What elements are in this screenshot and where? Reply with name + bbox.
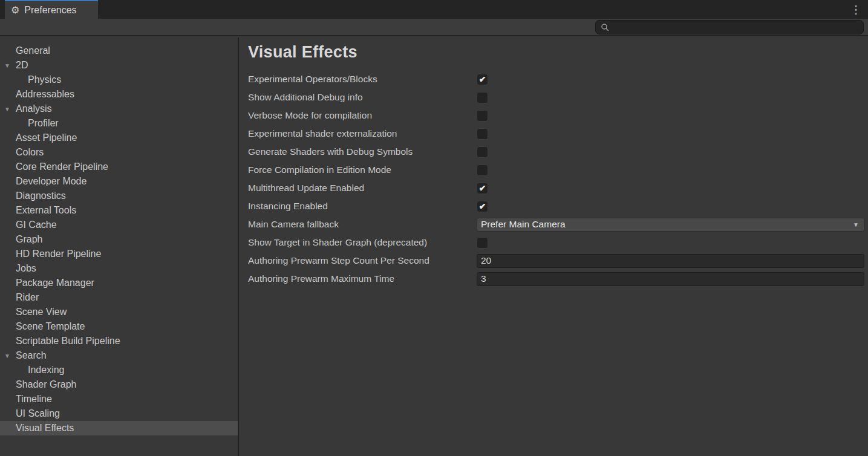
sidebar-item-profiler[interactable]: Profiler: [0, 116, 238, 131]
sidebar-item-label: Developer Mode: [16, 176, 86, 187]
search-input[interactable]: [612, 21, 858, 33]
checkbox-force-compilation-in-edition-mode[interactable]: [477, 164, 488, 176]
sidebar-item-label: Timeline: [16, 394, 52, 405]
expander-triangle-icon[interactable]: ▼: [4, 62, 10, 69]
sidebar-item-asset-pipeline[interactable]: Asset Pipeline: [0, 131, 238, 145]
setting-row: Show Target in Shader Graph (deprecated): [239, 233, 868, 252]
toolbar: [0, 19, 868, 36]
sidebar-item-package-manager[interactable]: Package Manager: [0, 276, 238, 290]
sidebar-item-label: Package Manager: [16, 278, 94, 288]
checkmark-icon: ✔: [477, 74, 488, 85]
sidebar-item-2d[interactable]: ▼ 2D: [0, 58, 238, 73]
sidebar-item-core-render-pipeline[interactable]: Core Render Pipeline: [0, 160, 238, 174]
sidebar-item-jobs[interactable]: Jobs: [0, 261, 238, 276]
kebab-menu-icon[interactable]: ⋮: [850, 0, 862, 19]
sidebar-item-developer-mode[interactable]: Developer Mode: [0, 174, 238, 189]
sidebar-item-label: Profiler: [28, 118, 59, 129]
sidebar-item-label: 2D: [16, 60, 28, 71]
setting-control: [477, 146, 864, 158]
sidebar-item-ui-scaling[interactable]: UI Scaling: [0, 406, 238, 421]
sidebar-item-label: Analysis: [16, 103, 52, 114]
setting-label: Verbose Mode for compilation: [248, 110, 477, 121]
sidebar-item-search[interactable]: ▼ Search: [0, 348, 238, 363]
sidebar-item-diagnostics[interactable]: Diagnostics: [0, 189, 238, 203]
setting-control: ✔: [477, 201, 864, 212]
sidebar-item-analysis[interactable]: ▼ Analysis: [0, 102, 238, 116]
sidebar-item-graph[interactable]: Graph: [0, 232, 238, 247]
preferences-window: ⚙ Preferences ⋮ General ▼ 2D Physics Add…: [0, 0, 868, 456]
checkbox-instancing-enabled[interactable]: ✔: [477, 201, 488, 212]
dropdown-arrow-icon: ▼: [853, 221, 859, 228]
sidebar-item-label: General: [16, 45, 50, 56]
sidebar-item-label: External Tools: [16, 205, 76, 216]
sidebar-item-timeline[interactable]: Timeline: [0, 392, 238, 406]
checkbox-show-additional-debug-info[interactable]: [477, 92, 488, 103]
content-area: General ▼ 2D Physics Addressables ▼ Anal…: [0, 37, 868, 456]
checkmark-icon: ✔: [477, 201, 488, 212]
text-field-authoring-prewarm-step-count-per-second[interactable]: [477, 254, 864, 268]
setting-label: Experimental Operators/Blocks: [248, 74, 477, 85]
setting-control: [477, 272, 864, 286]
sidebar-item-general[interactable]: General: [0, 44, 238, 58]
tab-title: Preferences: [24, 5, 76, 16]
dropdown-value: Prefer Main Camera: [481, 219, 853, 230]
setting-row: Experimental shader externalization: [239, 125, 868, 143]
expander-triangle-icon[interactable]: ▼: [4, 106, 10, 112]
setting-label: Multithread Update Enabled: [248, 183, 477, 194]
sidebar-item-label: Core Render Pipeline: [16, 161, 108, 172]
setting-control: Prefer Main Camera▼: [477, 218, 864, 232]
sidebar-item-hd-render-pipeline[interactable]: HD Render Pipeline: [0, 247, 238, 261]
checkbox-verbose-mode-for-compilation[interactable]: [477, 110, 488, 122]
sidebar-item-label: Colors: [16, 147, 44, 158]
setting-control: [477, 237, 864, 249]
expander-triangle-icon[interactable]: ▼: [4, 353, 10, 359]
sidebar-item-gi-cache[interactable]: GI Cache: [0, 218, 238, 232]
setting-row: Main Camera fallback Prefer Main Camera▼: [239, 215, 868, 233]
sidebar-item-shader-graph[interactable]: Shader Graph: [0, 377, 238, 392]
checkbox-generate-shaders-with-debug-symbols[interactable]: [477, 146, 488, 158]
checkbox-experimental-operators-blocks[interactable]: ✔: [477, 74, 488, 85]
setting-row: Authoring Prewarm Step Count Per Second: [239, 252, 868, 270]
setting-control: [477, 164, 864, 176]
sidebar-item-label: Search: [16, 350, 47, 361]
sidebar-item-scriptable-build-pipeline[interactable]: Scriptable Build Pipeline: [0, 334, 238, 348]
setting-control: [477, 110, 864, 122]
sidebar-item-label: Scene Template: [16, 321, 85, 332]
checkbox-experimental-shader-externalization[interactable]: [477, 128, 488, 140]
setting-label: Force Compilation in Edition Mode: [248, 164, 477, 175]
sidebar-item-colors[interactable]: Colors: [0, 145, 238, 160]
sidebar-item-label: Jobs: [16, 263, 36, 274]
sidebar-item-scene-view[interactable]: Scene View: [0, 305, 238, 319]
setting-control: [477, 92, 864, 103]
sidebar-item-external-tools[interactable]: External Tools: [0, 203, 238, 218]
settings-list: Experimental Operators/Blocks ✔ Show Add…: [239, 70, 868, 288]
checkbox-show-target-in-shader-graph-deprecated[interactable]: [477, 237, 488, 249]
page-title: Visual Effects: [239, 37, 868, 61]
main-panel: Visual Effects Experimental Operators/Bl…: [239, 37, 868, 456]
titlebar: ⚙ Preferences ⋮: [0, 0, 868, 19]
sidebar-item-addressables[interactable]: Addressables: [0, 87, 238, 102]
dropdown-main-camera-fallback[interactable]: Prefer Main Camera▼: [477, 218, 864, 232]
sidebar-item-scene-template[interactable]: Scene Template: [0, 319, 238, 334]
setting-label: Show Target in Shader Graph (deprecated): [248, 237, 477, 248]
setting-label: Main Camera fallback: [248, 219, 477, 230]
setting-row: Experimental Operators/Blocks ✔: [239, 70, 868, 88]
setting-label: Authoring Prewarm Step Count Per Second: [248, 255, 477, 266]
setting-control: [477, 254, 864, 268]
sidebar-item-label: Shader Graph: [16, 379, 77, 390]
sidebar-item-label: Asset Pipeline: [16, 132, 77, 143]
sidebar-item-label: Visual Effects: [16, 423, 74, 434]
tab-preferences[interactable]: ⚙ Preferences: [5, 0, 98, 19]
sidebar-item-label: HD Render Pipeline: [16, 249, 101, 259]
setting-row: Verbose Mode for compilation: [239, 106, 868, 125]
checkbox-multithread-update-enabled[interactable]: ✔: [477, 183, 488, 194]
sidebar-item-physics[interactable]: Physics: [0, 73, 238, 87]
setting-label: Experimental shader externalization: [248, 128, 477, 139]
sidebar-item-visual-effects[interactable]: Visual Effects: [0, 421, 238, 435]
sidebar-item-indexing[interactable]: Indexing: [0, 363, 238, 377]
sidebar-item-label: Diagnostics: [16, 191, 66, 201]
text-field-authoring-prewarm-maximum-time[interactable]: [477, 272, 864, 286]
sidebar-item-label: Indexing: [28, 365, 65, 376]
setting-row: Instancing Enabled ✔: [239, 197, 868, 215]
sidebar-item-rider[interactable]: Rider: [0, 290, 238, 305]
